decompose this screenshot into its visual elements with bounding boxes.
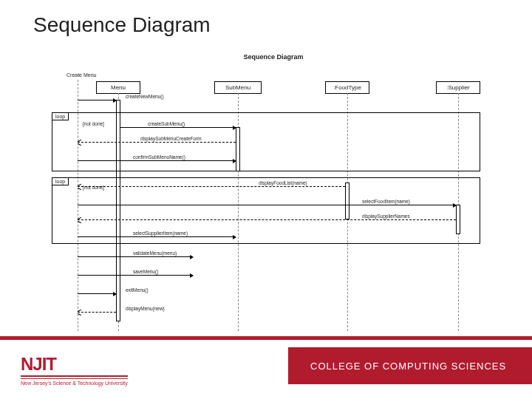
arrow-display-supplier-names <box>78 219 456 220</box>
arrow-select-fooditem <box>78 205 456 205</box>
loop-frame-2: loop <box>52 177 480 244</box>
actor-label: Create Menu <box>66 72 96 78</box>
msg-select-fooditem: selectFoodItem(name) <box>362 199 410 204</box>
lifeline-foodtype: :FoodType <box>325 81 369 94</box>
college-name: COLLEGE OF COMPUTING SCIENCES <box>310 361 506 372</box>
njit-logo: NJIT New Jersey's Science & Technology U… <box>21 354 128 386</box>
diagram-caption: Sequence Diagram <box>243 53 303 61</box>
arrow-validate-menu <box>78 256 193 257</box>
njit-tagline: New Jersey's Science & Technology Univer… <box>21 378 128 386</box>
arrow-confirm-submenu-name <box>78 160 236 161</box>
arrow-create-submenu <box>120 127 236 128</box>
arrow-create-menu <box>78 100 116 100</box>
college-band: COLLEGE OF COMPUTING SCIENCES <box>288 347 532 384</box>
arrow-select-supplier <box>78 236 236 237</box>
slide-title: Sequence Diagram <box>33 13 211 37</box>
lifeline-menu: Menu <box>96 81 140 94</box>
loop-label-1: loop <box>52 112 69 120</box>
msg-display-supplier-names: displaySupplierNames <box>362 214 410 219</box>
arrow-display-menu-new <box>78 312 116 313</box>
msg-select-supplier: selectSupplierItem(name) <box>133 231 188 236</box>
msg-create-menu: createNewMenu() <box>126 94 164 99</box>
msg-create-submenu: createSubMenu() <box>148 121 185 126</box>
msg-validate-menu: validateMenu(menu) <box>133 250 177 256</box>
lifeline-submenu: SubMenu <box>214 81 262 94</box>
msg-display-submenu-form: displaySubMenuCreateForm <box>140 136 202 141</box>
sequence-diagram: Sequence Diagram Create Menu Menu SubMen… <box>52 53 495 334</box>
arrow-save-menu <box>78 275 193 276</box>
njit-wordmark: NJIT <box>21 354 128 377</box>
msg-display-foodlist: displayFoodList(name) <box>259 180 307 185</box>
arrow-exit-menu <box>78 293 116 294</box>
lifeline-supplier: :Supplier <box>436 81 480 94</box>
loop-guard-1: [not done] <box>83 121 104 126</box>
arrow-display-submenu-form <box>78 142 236 143</box>
msg-save-menu: saveMenu() <box>133 269 158 274</box>
loop-label-2: loop <box>52 177 69 185</box>
arrow-display-foodlist <box>78 186 345 187</box>
msg-exit-menu: exitMenu() <box>126 287 149 293</box>
msg-display-menu-new: displayMenu(new) <box>126 306 165 311</box>
msg-confirm-submenu-name: confirmSubMenuName() <box>133 154 185 160</box>
